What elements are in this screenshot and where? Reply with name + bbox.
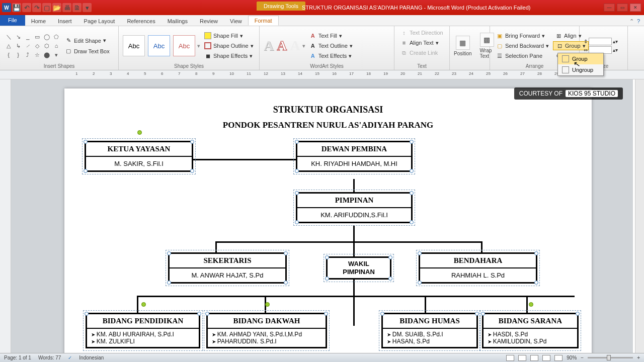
connector xyxy=(215,241,482,243)
view-print-layout-icon[interactable] xyxy=(506,355,514,361)
group-label: WordArt Styles xyxy=(264,63,390,70)
ribbon-help: ⌃ ? xyxy=(629,18,640,25)
view-draft-icon[interactable] xyxy=(554,355,562,361)
vertical-scrollbar[interactable] xyxy=(635,79,644,353)
align-text-button[interactable]: ≡Align Text ▾ xyxy=(398,38,441,47)
box-wakil-pimpinan[interactable]: WAKILPIMPINAN xyxy=(326,256,391,280)
box-ketua-yayasan[interactable]: KETUA YAYASAN M. SAKIR, S.Fil.I xyxy=(85,141,193,172)
org-title-2: PONDOK PESANTREN NURUL AS'ADIYAH PARANG xyxy=(64,120,592,130)
tab-mailings[interactable]: Mailings xyxy=(162,17,194,26)
text-fill-button[interactable]: AText Fill ▾ xyxy=(307,31,355,40)
title-bar: W 💾 ↶ ↷ ▢ 📂 🖶 🗎 ▾ Drawing Tools STRUKTUR… xyxy=(0,0,644,15)
redo-icon[interactable]: ↷ xyxy=(32,3,41,12)
minimize-button[interactable]: — xyxy=(604,4,615,12)
box-bidang-dakwah[interactable]: BIDANG DAKWAH KM. AHMAD YANI, S.Pd.I,M.P… xyxy=(206,313,327,348)
create-link-button: ⧉Create Link xyxy=(398,48,440,57)
close-button[interactable]: ✕ xyxy=(630,4,641,12)
print-icon[interactable]: 🖶 xyxy=(62,3,71,12)
selection-pane-button[interactable]: ☰Selection Pane xyxy=(494,51,551,60)
dropdown-group[interactable]: Group xyxy=(558,53,603,64)
save-icon[interactable]: 💾 xyxy=(12,3,21,12)
zoom-in-button[interactable]: + xyxy=(637,355,640,360)
qat-more-icon[interactable]: ▾ xyxy=(83,3,92,12)
zoom-slider[interactable] xyxy=(588,357,633,358)
quick-access-toolbar: W 💾 ↶ ↷ ▢ 📂 🖶 🗎 ▾ xyxy=(0,3,92,12)
preview-icon[interactable]: 🗎 xyxy=(72,3,82,12)
box-sekertaris[interactable]: SEKERTARIS M. ANWAR HAJAT, S.Pd xyxy=(168,252,287,284)
group-label: Text xyxy=(398,63,445,70)
collapse-ribbon-icon[interactable]: ⌃ xyxy=(629,18,634,25)
box-pimpinan[interactable]: PIMPINAN KM. ARIFUDDIN,S.Fil.I xyxy=(296,192,413,223)
group-label: Insert Shapes xyxy=(4,63,114,70)
ribbon: ＼↘⎯▭◯⬠ △↳⟋◇⬡⌂ {}⤴☆⬤▾ ✎Edit Shape ▾ ▢Draw… xyxy=(0,26,644,70)
window-controls: — ▭ ✕ xyxy=(604,4,641,12)
view-full-screen-icon[interactable] xyxy=(518,355,526,361)
horizontal-ruler[interactable]: 1234567891011121314151617181920212223242… xyxy=(0,70,644,79)
tab-review[interactable]: Review xyxy=(194,17,224,26)
group-insert-shapes: ＼↘⎯▭◯⬠ △↳⟋◇⬡⌂ {}⤴☆⬤▾ ✎Edit Shape ▾ ▢Draw… xyxy=(0,26,119,70)
wordart-gallery[interactable]: A A A xyxy=(264,38,300,54)
group-shape-styles: Abc Abc Abc ▾ Shape Fill ▾ Shape Outline… xyxy=(119,26,260,70)
edit-shape-button[interactable]: ✎Edit Shape ▾ xyxy=(63,36,112,45)
group-dropdown-menu: Group Ungroup xyxy=(557,53,604,76)
tab-page-layout[interactable]: Page Layout xyxy=(78,17,121,26)
shape-styles-gallery[interactable]: Abc Abc Abc xyxy=(123,35,195,56)
draw-text-box-button[interactable]: ▢Draw Text Box xyxy=(63,47,112,56)
undo-icon[interactable]: ↶ xyxy=(22,3,31,12)
shapes-gallery[interactable]: ＼↘⎯▭◯⬠ △↳⟋◇⬡⌂ {}⤴☆⬤▾ xyxy=(4,33,61,59)
tab-references[interactable]: References xyxy=(121,17,161,26)
zoom-level[interactable]: 90% xyxy=(567,355,577,360)
group-wordart-styles: A A A ▾ AText Fill ▾ AText Outline ▾ ATe… xyxy=(260,26,394,70)
bring-forward-button[interactable]: ▣Bring Forward ▾ xyxy=(494,31,551,40)
status-language[interactable]: Indonesian xyxy=(79,355,104,360)
word-icon: W xyxy=(2,3,11,12)
tab-home[interactable]: Home xyxy=(25,17,52,26)
dropdown-ungroup[interactable]: Ungroup xyxy=(558,64,603,75)
org-title-1: STRUKTUR ORGANISASI xyxy=(64,105,592,115)
maximize-button[interactable]: ▭ xyxy=(617,4,628,12)
text-outline-button[interactable]: AText Outline ▾ xyxy=(307,41,355,50)
box-bidang-humas[interactable]: BIDANG HUMAS DM. SUAIB, S.Pd.IHASAN, S.P… xyxy=(381,313,478,348)
box-bendahara[interactable]: BENDAHARA RAHMIAH L. S.Pd xyxy=(419,252,537,284)
tabs-row: File Home Insert Page Layout References … xyxy=(0,15,644,26)
text-effects-button[interactable]: AText Effects ▾ xyxy=(307,51,355,60)
file-tab[interactable]: File xyxy=(0,15,25,26)
status-page[interactable]: Page: 1 of 1 xyxy=(4,355,31,360)
status-proof-icon[interactable]: ✓ xyxy=(68,355,72,360)
tab-format[interactable]: Format xyxy=(248,16,279,26)
group-label: Shape Styles xyxy=(123,63,255,70)
status-words[interactable]: Words: 77 xyxy=(38,355,61,360)
watermark: COURTESY OF KIOS 95 STUDIO xyxy=(514,87,623,100)
new-icon[interactable]: ▢ xyxy=(42,3,51,12)
context-tab-label: Drawing Tools xyxy=(257,2,305,11)
open-icon[interactable]: 📂 xyxy=(52,3,61,12)
zoom-out-button[interactable]: − xyxy=(581,355,584,360)
connector xyxy=(137,296,575,297)
document-title: STRUKTUR ORGANISASI AS'ADIYAH PARANG - M… xyxy=(302,5,530,11)
page: STRUKTUR ORGANISASI PONDOK PESANTREN NUR… xyxy=(64,88,592,353)
shape-fill-button[interactable]: Shape Fill ▾ xyxy=(202,31,256,40)
box-bidang-sarana[interactable]: BIDANG SARANA HASDI, S.PdKAMILUDDIN, S.P… xyxy=(482,313,579,348)
height-field[interactable]: ⇕▴▾ xyxy=(584,38,618,45)
view-web-icon[interactable] xyxy=(530,355,538,361)
document-canvas: STRUKTUR ORGANISASI PONDOK PESANTREN NUR… xyxy=(11,79,633,353)
box-dewan-pembina[interactable]: DEWAN PEMBINA KH. RIYADHI HAMDAH, M.HI xyxy=(296,141,413,172)
send-backward-button[interactable]: ▢Send Backward ▾ xyxy=(494,41,551,50)
vertical-ruler[interactable] xyxy=(0,79,11,353)
tab-insert[interactable]: Insert xyxy=(52,17,78,26)
status-bar: Page: 1 of 1 Words: 77 ✓ Indonesian 90% … xyxy=(0,353,644,362)
position-button[interactable]: ▦Position xyxy=(451,36,475,56)
text-direction-button: ↕Text Direction xyxy=(398,28,445,37)
help-icon[interactable]: ? xyxy=(637,18,640,25)
view-outline-icon[interactable] xyxy=(542,355,550,361)
group-label xyxy=(451,63,489,70)
shape-effects-button[interactable]: ◼Shape Effects ▾ xyxy=(202,51,256,60)
group-text: ↕Text Direction ≡Align Text ▾ ⧉Create Li… xyxy=(394,26,450,70)
box-bidang-pendidikan[interactable]: BIDANG PENDIDIKAN KM. ABU HURAIRAH, S.Pd… xyxy=(86,313,200,348)
group-position-wrap: ▦Position ▩Wrap Text xyxy=(450,26,490,70)
tab-view[interactable]: View xyxy=(224,17,248,26)
shape-outline-button[interactable]: Shape Outline ▾ xyxy=(202,41,256,50)
